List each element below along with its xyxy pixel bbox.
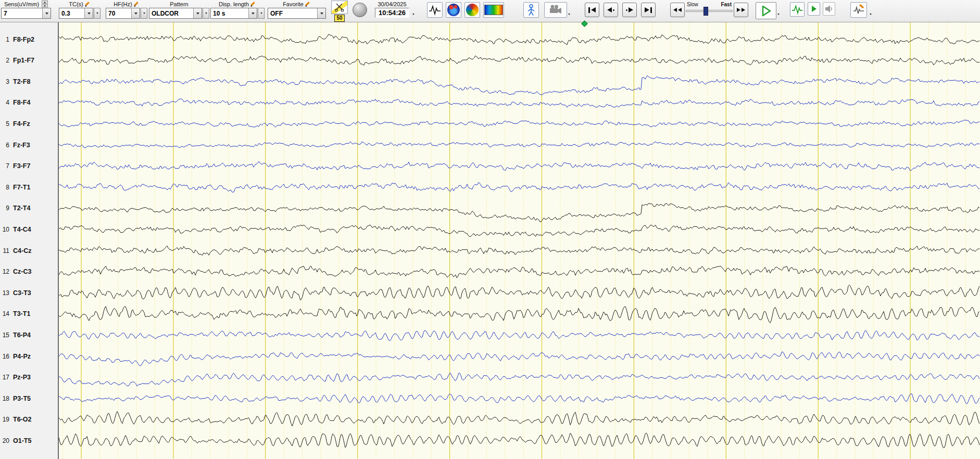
channel-number: 20 bbox=[0, 437, 9, 444]
pattern-ext-button[interactable] bbox=[203, 8, 209, 19]
slow-label: Slow bbox=[687, 2, 698, 7]
chevron-down-icon[interactable] bbox=[84, 8, 93, 18]
channel-row[interactable]: 8F7-T1 bbox=[0, 183, 58, 192]
channel-number: 7 bbox=[0, 162, 9, 170]
tc-ext-button[interactable] bbox=[94, 8, 100, 19]
channel-row[interactable]: 16P4-Pz bbox=[0, 352, 58, 361]
eeg-trace-O1-T5 bbox=[59, 433, 979, 448]
channel-row[interactable]: 4F8-F4 bbox=[0, 98, 58, 107]
chevron-down-icon[interactable] bbox=[248, 8, 257, 18]
signal-monitor-icon[interactable] bbox=[790, 2, 805, 17]
channel-row[interactable]: 18P3-T5 bbox=[0, 394, 58, 403]
edit-pencil-icon[interactable] bbox=[250, 1, 256, 7]
channel-label: C3-T3 bbox=[13, 289, 31, 297]
channel-number: 3 bbox=[0, 78, 9, 85]
play-button[interactable] bbox=[756, 2, 776, 19]
channel-row[interactable]: 13C3-T3 bbox=[0, 288, 58, 298]
spectrum-icon[interactable] bbox=[483, 2, 504, 18]
channel-row[interactable]: 3T2-F8 bbox=[0, 77, 58, 86]
tc-combo[interactable]: 0.3 bbox=[59, 8, 93, 19]
chevron-down-icon[interactable] bbox=[193, 8, 202, 18]
channel-number: 9 bbox=[0, 205, 9, 212]
channel-row[interactable]: 19T6-O2 bbox=[0, 415, 58, 424]
patient-icon[interactable] bbox=[523, 2, 539, 18]
channel-row[interactable]: 5F4-Fz bbox=[0, 119, 58, 129]
color-map-icon[interactable] bbox=[464, 2, 480, 18]
channel-label-panel: 1F8-Fp22Fp1-F73T2-F84F8-F45F4-Fz6Fz-F37F… bbox=[0, 22, 59, 459]
eeg-trace-F4-Fz bbox=[59, 120, 979, 128]
eeg-trace-area[interactable] bbox=[59, 22, 980, 459]
step-forward-button[interactable] bbox=[622, 3, 637, 17]
channel-label: T6-O2 bbox=[13, 416, 31, 423]
video-camera-icon[interactable] bbox=[544, 2, 567, 18]
sensitivity-spinner[interactable] bbox=[42, 1, 48, 7]
datetime-group: 30/04/2025 10:54:26 bbox=[373, 0, 411, 18]
chevron-down-icon[interactable] bbox=[567, 14, 571, 15]
hf-label: HF(Hz) bbox=[114, 1, 132, 7]
display-length-group: Disp. length 10 s bbox=[210, 0, 265, 19]
channel-row[interactable]: 15T6-P4 bbox=[0, 330, 58, 340]
favorite-combo[interactable]: OFF bbox=[268, 8, 326, 19]
brain-map-icon[interactable] bbox=[446, 2, 461, 18]
eeg-trace-C4-Cz bbox=[59, 246, 979, 255]
speed-slider-track[interactable] bbox=[686, 10, 733, 12]
sensitivity-group: Sens(uV/mm) 7 bbox=[1, 0, 51, 19]
edit-pencil-icon[interactable] bbox=[85, 1, 91, 7]
chevron-down-icon[interactable] bbox=[317, 8, 325, 18]
montage-tools-icon[interactable] bbox=[850, 2, 867, 18]
eeg-trace-Pz-P3 bbox=[59, 373, 979, 386]
channel-number: 11 bbox=[0, 247, 9, 254]
channel-row[interactable]: 14T3-T1 bbox=[0, 309, 58, 318]
channel-label: F8-F4 bbox=[13, 99, 30, 106]
channel-row[interactable]: 1F8-Fp2 bbox=[0, 35, 58, 44]
favorite-label: Favorite bbox=[283, 1, 304, 7]
eeg-trace-T2-T4 bbox=[59, 203, 979, 222]
channel-label: F7-T1 bbox=[13, 184, 30, 191]
chevron-down-icon[interactable] bbox=[411, 14, 416, 15]
hf-ext-button[interactable] bbox=[141, 8, 147, 19]
channel-label: Pz-P3 bbox=[13, 374, 31, 381]
chevron-down-icon[interactable] bbox=[131, 8, 140, 18]
channel-number: 17 bbox=[0, 374, 9, 381]
channel-row[interactable]: 11C4-Cz bbox=[0, 246, 58, 256]
channel-number: 18 bbox=[0, 395, 9, 402]
channel-number: 2 bbox=[0, 57, 9, 64]
speaker-icon[interactable] bbox=[823, 2, 835, 16]
channel-row[interactable]: 9T2-T4 bbox=[0, 203, 58, 213]
sensitivity-combo[interactable]: 7 bbox=[1, 8, 51, 19]
fast-forward-button[interactable] bbox=[734, 3, 748, 17]
scissors-icon[interactable] bbox=[331, 1, 348, 14]
channel-row[interactable]: 17Pz-P3 bbox=[0, 373, 58, 382]
channel-row[interactable]: 2Fp1-F7 bbox=[0, 56, 58, 65]
notch-filter-group: 50 bbox=[331, 0, 348, 22]
play-small-icon[interactable] bbox=[808, 2, 820, 16]
channel-row[interactable]: 12Cz-C3 bbox=[0, 267, 58, 276]
step-back-button[interactable] bbox=[604, 3, 618, 17]
eeg-trace-T6-O2 bbox=[59, 412, 979, 426]
hf-combo[interactable]: 70 bbox=[106, 8, 140, 19]
display-length-combo[interactable]: 10 s bbox=[210, 8, 257, 19]
channel-number: 10 bbox=[0, 226, 9, 233]
fast-label: Fast bbox=[721, 2, 732, 7]
rewind-button[interactable] bbox=[670, 3, 685, 17]
eeg-trace-T6-P4 bbox=[59, 330, 979, 340]
chevron-down-icon[interactable] bbox=[42, 8, 51, 18]
chevron-down-icon[interactable] bbox=[869, 14, 873, 15]
channel-row[interactable]: 10T4-C4 bbox=[0, 225, 58, 234]
channel-row[interactable]: 6Fz-F3 bbox=[0, 141, 58, 150]
page-nav-group bbox=[585, 0, 656, 17]
tc-label: TC(s) bbox=[69, 1, 83, 7]
globe-icon[interactable] bbox=[353, 3, 367, 17]
chevron-down-icon[interactable] bbox=[776, 14, 781, 15]
channel-row[interactable]: 7F3-F7 bbox=[0, 161, 58, 171]
signal-trace-icon[interactable] bbox=[427, 2, 443, 18]
edit-pencil-icon[interactable] bbox=[305, 1, 311, 7]
speed-slider-thumb[interactable] bbox=[703, 7, 708, 16]
channel-row[interactable]: 20O1-T5 bbox=[0, 436, 58, 445]
pattern-combo[interactable]: OLDCOR bbox=[149, 8, 202, 19]
skip-to-end-button[interactable] bbox=[641, 3, 656, 17]
edit-pencil-icon[interactable] bbox=[134, 1, 140, 7]
skip-to-start-button[interactable] bbox=[585, 3, 599, 17]
channel-number: 8 bbox=[0, 184, 9, 191]
display-length-ext-button[interactable] bbox=[258, 8, 265, 19]
